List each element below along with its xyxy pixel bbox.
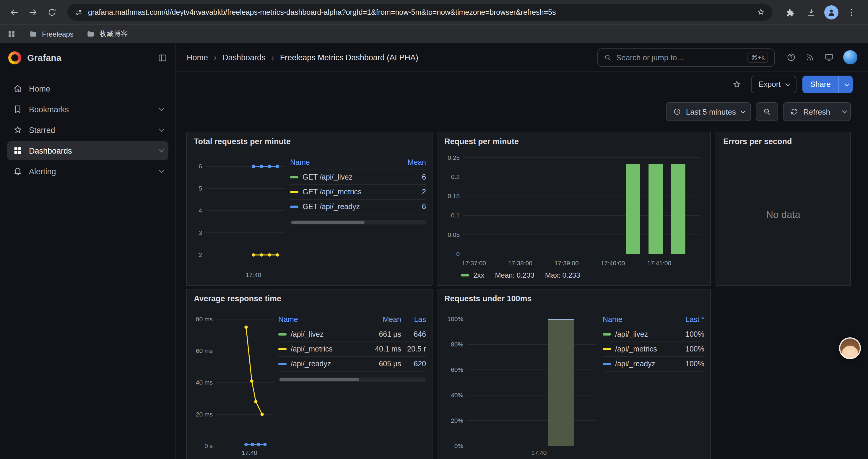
total-requests-chart[interactable]: 6543217:40 [193,148,290,281]
sidebar-item-label: Home [29,84,50,93]
series-name[interactable]: /api/_metrics [615,345,657,353]
bookmarks-bar: Freeleaps 收藏博客 [0,24,868,43]
chevron-down-icon[interactable] [159,106,164,111]
svg-text:17:40: 17:40 [246,271,261,278]
panel-title[interactable]: Total requests per minute [194,137,426,146]
svg-text:2: 2 [198,251,202,258]
svg-text:0: 0 [456,251,460,257]
folder-icon [87,30,95,38]
legend-scrollbar[interactable] [290,220,426,225]
panel-title[interactable]: Requests under 100ms [444,294,704,303]
help-icon[interactable] [786,53,796,62]
scrollbar-thumb[interactable] [279,378,359,381]
sidebar-item-bookmarks[interactable]: Bookmarks [7,100,168,119]
export-button[interactable]: Export [751,75,797,93]
sidebar-item-label: Bookmarks [29,105,69,114]
share-menu-button[interactable] [838,75,852,93]
series-mean: 40.1 ms [365,345,401,353]
refresh-label: Refresh [803,107,830,116]
legend-header-name[interactable]: Name [278,316,365,324]
forward-button[interactable] [25,4,41,21]
average-response-time-chart[interactable]: 80 ms60 ms40 ms20 ms0 s17:40 [193,305,278,459]
apps-grid-icon[interactable] [7,30,16,38]
chevron-down-icon[interactable] [159,147,164,153]
no-data-message: No data [722,148,844,281]
omnibox[interactable] [67,4,772,21]
panel-title[interactable]: Errors per second [723,137,844,146]
site-info-icon[interactable] [74,8,83,16]
sidebar-item-alerting[interactable]: Alerting [7,162,168,181]
legend-header-mean[interactable]: Mean [393,158,426,167]
series-name[interactable]: GET /api/_metrics [303,188,362,196]
requests-under-100ms-chart[interactable]: 100%80%60%40%20%0%17:40 [443,305,603,459]
search-shortcut: ⌘+k [747,52,768,62]
legend-row: /api/_livez 100% [603,327,704,342]
user-avatar[interactable] [843,50,857,64]
chevron-down-icon[interactable] [159,127,164,132]
browser-menu-icon[interactable] [843,4,860,21]
series-name[interactable]: /api/_livez [291,330,323,338]
news-icon[interactable] [805,53,815,62]
bookmark-folder-freeleaps[interactable]: Freeleaps [29,30,73,38]
scrollbar-thumb[interactable] [291,221,365,224]
bookmark-star-icon[interactable] [756,8,765,17]
series-name[interactable]: /api/_metrics [291,345,333,353]
legend-scrollbar[interactable] [278,378,426,382]
svg-text:4: 4 [198,207,202,214]
breadcrumb-dashboards[interactable]: Dashboards [222,53,266,62]
downloads-icon[interactable] [803,4,819,21]
breadcrumb-home[interactable]: Home [187,53,208,62]
legend-header-name[interactable]: Name [290,158,393,167]
refresh-button[interactable]: Refresh [783,102,837,121]
series-mean: 2 [393,188,426,196]
legend-header: Name Mean Las [278,313,426,327]
url-input[interactable] [88,8,751,16]
svg-text:60%: 60% [451,366,463,373]
zoom-out-button[interactable] [756,102,778,121]
legend-header-mean[interactable]: Mean [365,316,401,324]
series-last: 620 [401,360,426,368]
time-range-picker[interactable]: Last 5 minutes [666,102,751,121]
series-name[interactable]: GET /api/_livez [303,173,352,182]
search-box[interactable]: ⌘+k [597,48,775,66]
series-name[interactable]: /api/_readyz [291,360,331,368]
main-area: Home › Dashboards › Freeleaps Metrics Da… [176,43,868,459]
svg-text:20 ms: 20 ms [196,411,213,418]
legend-series[interactable]: 2xx [461,271,484,280]
series-last: 100% [669,360,704,368]
panel-title[interactable]: Request per minute [444,137,704,146]
browser-profile-avatar[interactable] [824,5,838,19]
legend-row: GET /api/_metrics 2 [290,185,426,200]
breadcrumb-current: Freeleaps Metrics Dashboard (ALPHA) [280,53,418,62]
request-per-minute-chart[interactable]: 0.250.20.150.10.05017:37:0017:38:0017:39… [443,148,704,269]
share-button[interactable]: Share [803,75,838,93]
series-last: 100% [669,345,704,353]
legend-table: Name Mean GET /api/_livez 6 GET /api/_me… [290,148,426,281]
legend-header-name[interactable]: Name [603,316,669,324]
assistant-avatar-overlay[interactable] [839,337,861,359]
grafana-logo[interactable] [8,51,21,64]
legend-header-last[interactable]: Las [401,316,426,324]
series-name[interactable]: /api/_readyz [615,360,655,368]
sidebar-item-home[interactable]: Home [7,79,168,98]
extensions-icon[interactable] [782,4,798,21]
svg-text:6: 6 [198,163,202,169]
chevron-down-icon[interactable] [159,168,164,173]
reload-button[interactable] [44,4,60,21]
sidebar-item-starred[interactable]: Starred [7,121,168,139]
favorite-star-icon[interactable] [728,76,745,93]
legend-header-last[interactable]: Last * [669,316,704,324]
series-name[interactable]: GET /api/_readyz [303,203,360,211]
legend-row: /api/_readyz 605 µs 620 [278,357,426,371]
series-color-swatch [290,206,299,208]
sidebar-item-dashboards[interactable]: Dashboards [7,141,168,160]
monitor-icon[interactable] [824,53,834,62]
sidebar-toggle-icon[interactable] [158,53,167,62]
panel-title[interactable]: Average response time [194,294,426,303]
svg-text:20%: 20% [451,417,463,424]
series-name[interactable]: /api/_livez [615,330,648,338]
search-input[interactable] [616,53,743,62]
back-button[interactable] [6,4,23,21]
refresh-interval-button[interactable] [837,102,851,121]
bookmark-folder-blog[interactable]: 收藏博客 [87,29,128,39]
